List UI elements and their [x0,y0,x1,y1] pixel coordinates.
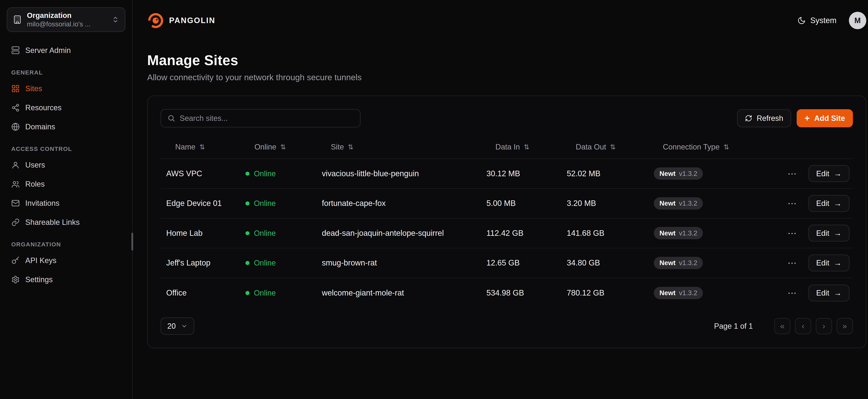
data-out-value: 3.20 MB [567,199,596,208]
column-header-site[interactable]: Site ⇅ [316,143,481,151]
page-title: Manage Sites [147,52,866,68]
avatar[interactable]: M [849,12,866,29]
edit-button[interactable]: Edit → [808,225,849,242]
client-version: v1.3.2 [679,289,698,297]
client-version: v1.3.2 [679,170,698,178]
column-label: Connection Type [663,143,720,151]
edit-button[interactable]: Edit → [808,165,849,182]
building-icon [13,15,22,24]
cell-connection-type: Newt v1.3.2 [648,287,755,299]
table-body: AWS VPC Online vivacious-little-blue-pen… [161,159,853,308]
row-menu-button[interactable]: ⋯ [784,227,801,240]
cell-data-out: 52.02 MB [561,169,648,178]
data-in-value: 12.65 GB [487,258,520,267]
sidebar-item-label: Invitations [25,199,60,208]
online-status-label: Online [254,229,276,238]
online-status-dot [245,231,249,235]
row-menu-button[interactable]: ⋯ [784,257,801,269]
column-header-data-in[interactable]: Data In ⇅ [481,143,561,151]
refresh-label: Refresh [757,114,783,123]
column-header-name[interactable]: Name ⇅ [161,143,240,151]
brand[interactable]: PANGOLIN [147,12,215,29]
sidebar-scrollbar-thumb[interactable] [131,233,133,251]
sidebar-item-shareable-links[interactable]: Shareable Links [7,214,125,231]
sidebar-item-domains[interactable]: Domains [7,118,125,135]
topbar: PANGOLIN System M [147,0,866,41]
sidebar-item-invitations[interactable]: Invitations [7,194,125,212]
layout-grid-icon [11,84,20,93]
cell-name: Jeff's Laptop [161,258,240,267]
sidebar-item-settings[interactable]: Settings [7,271,125,288]
client-name: Newt [659,229,676,237]
sidebar-item-label: API Keys [25,256,57,265]
last-page-button[interactable]: » [837,318,853,334]
connection-type-badge: Newt v1.3.2 [654,227,703,239]
sidebar-item-resources[interactable]: Resources [7,99,125,116]
sidebar-item-api-keys[interactable]: API Keys [7,252,125,269]
site-name: Home Lab [166,229,203,238]
chevron-up-down-icon [112,16,119,23]
page-size-select[interactable]: 20 [161,317,194,335]
app-root: Organization milo@fossorial.io's ... Ser… [0,0,868,399]
globe-icon [11,123,20,131]
edit-label: Edit [816,199,829,208]
cell-data-out: 3.20 MB [561,199,648,208]
edit-button[interactable]: Edit → [808,254,849,271]
cell-data-in: 112.42 GB [481,229,561,238]
search-input[interactable] [180,114,354,123]
connection-type-badge: Newt v1.3.2 [654,197,703,210]
org-switcher[interactable]: Organization milo@fossorial.io's ... [7,7,125,32]
search-box[interactable] [161,109,361,128]
cell-online: Online [240,169,316,178]
org-subtitle: milo@fossorial.io's ... [27,20,107,28]
column-header-online[interactable]: Online ⇅ [240,143,316,151]
sidebar-item-sites[interactable]: Sites [7,80,125,97]
sidebar-item-label: Domains [25,122,55,131]
cell-connection-type: Newt v1.3.2 [648,257,755,269]
table-row: Home Lab Online dead-san-joaquin-antelop… [161,219,853,248]
tunnel-name: welcome-giant-mole-rat [322,288,404,297]
previous-page-button[interactable]: ‹ [795,318,811,334]
row-menu-button[interactable]: ⋯ [784,287,801,299]
sidebar-item-label: Server Admin [25,46,71,55]
cell-site: smug-brown-rat [316,258,481,267]
connection-type-badge: Newt v1.3.2 [654,257,703,269]
mail-icon [11,199,20,208]
cell-name: Edge Device 01 [161,199,240,208]
first-page-button[interactable]: « [774,318,790,334]
cell-site: dead-san-joaquin-antelope-squirrel [316,229,481,238]
site-name: Office [166,288,187,297]
row-menu-button[interactable]: ⋯ [784,197,801,210]
column-label: Site [331,143,344,151]
edit-button[interactable]: Edit → [808,195,849,212]
data-in-value: 5.00 MB [487,199,516,208]
row-menu-button[interactable]: ⋯ [784,167,801,180]
arrow-right-icon: → [834,289,842,297]
cell-site: vivacious-little-blue-penguin [316,169,481,178]
user-icon [11,161,20,169]
page-head: Manage Sites Allow connectivity to your … [147,52,866,82]
cell-actions: ⋯ Edit → [755,165,853,182]
sidebar-item-users[interactable]: Users [7,156,125,174]
sort-icon: ⇅ [199,143,205,151]
sidebar-section-access-control: ACCESS CONTROL [11,146,121,152]
cell-data-out: 34.80 GB [561,258,648,267]
online-status-label: Online [254,288,276,297]
cell-site: fortunate-cape-fox [316,199,481,208]
cell-name: AWS VPC [161,169,240,178]
sidebar-item-server-admin[interactable]: Server Admin [7,41,125,59]
column-header-data-out[interactable]: Data Out ⇅ [561,143,648,151]
column-header-connection-type[interactable]: Connection Type ⇅ [648,143,755,151]
sort-icon: ⇅ [723,143,729,151]
online-status-dot [245,172,249,176]
theme-toggle-button[interactable]: System [797,16,836,25]
sidebar-item-roles[interactable]: Roles [7,175,125,193]
add-site-button[interactable]: + Add Site [797,109,853,127]
client-name: Newt [659,170,676,178]
edit-button[interactable]: Edit → [808,284,849,301]
data-in-value: 534.98 GB [487,288,524,297]
refresh-button[interactable]: Refresh [737,109,791,127]
next-page-button[interactable]: › [816,318,832,334]
cell-data-out: 780.12 GB [561,288,648,298]
client-name: Newt [659,259,676,267]
